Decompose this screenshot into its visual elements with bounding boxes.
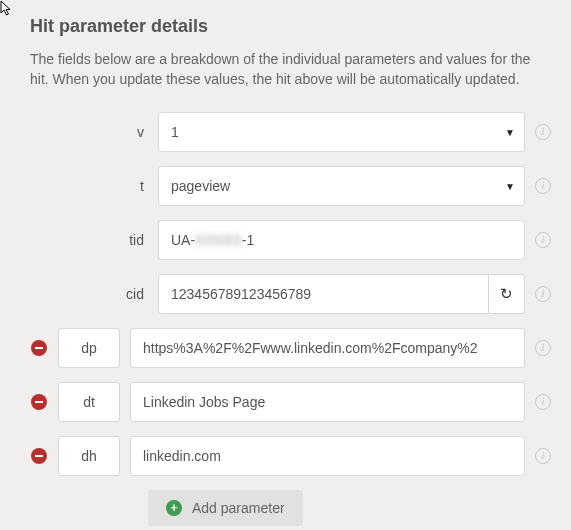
- add-parameter-button[interactable]: + Add parameter: [148, 490, 303, 526]
- param-label-v: v: [58, 124, 148, 140]
- refresh-button[interactable]: ↻: [489, 274, 525, 314]
- t-select[interactable]: pageview: [158, 166, 525, 206]
- info-icon[interactable]: i: [535, 394, 551, 410]
- mouse-cursor: [0, 0, 14, 18]
- info-icon[interactable]: i: [535, 340, 551, 356]
- minus-icon: [35, 347, 43, 349]
- tid-input[interactable]: UA-XXXXX-1: [158, 220, 525, 260]
- param-key-input[interactable]: [58, 436, 120, 476]
- info-icon[interactable]: i: [535, 286, 551, 302]
- cid-input[interactable]: [158, 274, 489, 314]
- refresh-icon: ↻: [500, 285, 513, 303]
- minus-icon: [35, 455, 43, 457]
- param-value-input[interactable]: [130, 436, 525, 476]
- tid-prefix: UA-: [171, 232, 195, 248]
- info-icon[interactable]: i: [535, 448, 551, 464]
- remove-button[interactable]: [31, 340, 47, 356]
- page-description: The fields below are a breakdown of the …: [30, 49, 551, 90]
- remove-button[interactable]: [31, 394, 47, 410]
- info-icon[interactable]: i: [535, 232, 551, 248]
- v-select[interactable]: 1: [158, 112, 525, 152]
- info-icon[interactable]: i: [535, 124, 551, 140]
- add-parameter-label: Add parameter: [192, 500, 285, 516]
- param-label-tid: tid: [58, 232, 148, 248]
- param-label-t: t: [58, 178, 148, 194]
- page-title: Hit parameter details: [30, 16, 551, 37]
- tid-suffix: -1: [242, 232, 254, 248]
- param-label-cid: cid: [58, 286, 148, 302]
- info-icon[interactable]: i: [535, 178, 551, 194]
- remove-button[interactable]: [31, 448, 47, 464]
- param-value-input[interactable]: [130, 328, 525, 368]
- param-key-input[interactable]: [58, 328, 120, 368]
- plus-icon: +: [166, 500, 182, 516]
- param-value-input[interactable]: [130, 382, 525, 422]
- minus-icon: [35, 401, 43, 403]
- tid-redacted: XXXXX: [195, 232, 242, 248]
- param-key-input[interactable]: [58, 382, 120, 422]
